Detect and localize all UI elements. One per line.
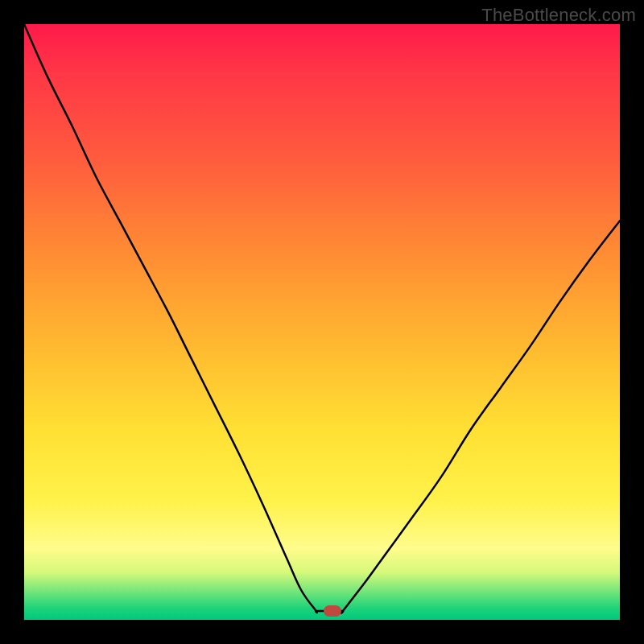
optimum-marker bbox=[324, 605, 341, 617]
watermark-text: TheBottleneck.com bbox=[481, 5, 636, 26]
chart-frame: TheBottleneck.com bbox=[0, 0, 644, 644]
plot-area bbox=[24, 24, 620, 620]
bottleneck-curve bbox=[24, 24, 620, 620]
curve-path bbox=[24, 24, 620, 613]
